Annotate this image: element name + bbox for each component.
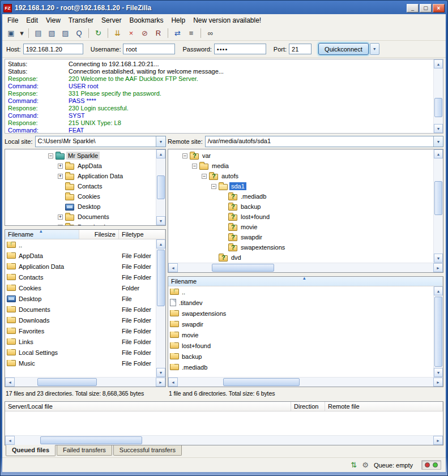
tree-item[interactable]: dvd xyxy=(168,252,433,263)
local-site-path[interactable]: C:\Users\Mr Sparkle\ xyxy=(36,136,156,147)
log-scrollbar[interactable] xyxy=(433,59,443,133)
site-manager-icon[interactable]: ▣ xyxy=(5,27,18,40)
remote-list-hscrollbar[interactable] xyxy=(168,377,443,387)
scroll-left-button[interactable] xyxy=(5,436,15,445)
scroll-right-button[interactable] xyxy=(433,436,443,445)
local-list-scrollbar[interactable] xyxy=(156,239,165,377)
column-header-filename[interactable]: Filename xyxy=(168,277,443,286)
tree-item[interactable]: lost+found xyxy=(168,212,433,222)
tree-item[interactable]: backup xyxy=(168,201,433,212)
reconnect-icon[interactable]: R xyxy=(152,27,165,40)
Music[interactable]: Music File Folder xyxy=(5,358,156,368)
menu-item[interactable]: Server xyxy=(97,15,125,26)
tree-item[interactable]: Contacts xyxy=(5,181,156,191)
column-header-filesize[interactable]: Filesize xyxy=(79,230,119,239)
expand-toggle[interactable]: + xyxy=(58,174,63,179)
scroll-down-button[interactable] xyxy=(156,216,165,225)
scroll-left-button[interactable] xyxy=(168,378,178,387)
scroll-up-button[interactable] xyxy=(434,149,443,158)
disconnect-icon[interactable]: ⊘ xyxy=(138,27,151,40)
local-list-hscrollbar[interactable] xyxy=(5,377,165,387)
queue-toggle-icon[interactable]: Q xyxy=(72,27,86,40)
scroll-left-button[interactable] xyxy=(5,378,15,387)
scroll-right-button[interactable] xyxy=(433,378,443,387)
site-manager-dropdown-icon[interactable]: ▾ xyxy=(18,27,25,40)
tree-item[interactable]: − media xyxy=(168,161,433,171)
local-tree-scrollbar[interactable] xyxy=(156,149,165,225)
maximize-button[interactable]: ▢ xyxy=(420,4,432,12)
Application Data[interactable]: Application Data File Folder xyxy=(5,261,156,272)
swapextensions[interactable]: swapextensions xyxy=(168,308,433,319)
tree-item[interactable]: + Downloads xyxy=(5,222,156,225)
quickconnect-dropdown-button[interactable] xyxy=(370,43,379,55)
menu-item[interactable]: Help xyxy=(167,15,189,26)
remote-tree-hscrollbar[interactable] xyxy=(168,263,443,272)
message-log-toggle-icon[interactable]: ▤ xyxy=(32,27,45,40)
Favorites[interactable]: Favorites File Folder xyxy=(5,325,156,336)
remote-tree-toggle-icon[interactable]: ▨ xyxy=(59,27,72,40)
Documents[interactable]: Documents File Folder xyxy=(5,304,156,315)
quickconnect-button[interactable]: Quickconnect xyxy=(318,43,369,55)
combo-dropdown-icon[interactable] xyxy=(156,136,165,147)
scroll-right-button[interactable] xyxy=(433,263,443,272)
password-input[interactable] xyxy=(214,44,266,54)
..[interactable]: .. xyxy=(168,286,433,297)
tree-item[interactable]: − var xyxy=(168,151,433,161)
expand-toggle[interactable]: + xyxy=(58,225,63,226)
menu-item[interactable]: Transfer xyxy=(65,15,97,26)
find-files-icon[interactable]: ∞ xyxy=(204,27,217,40)
queue-tab[interactable]: Queued files xyxy=(6,445,56,456)
scroll-left-button[interactable] xyxy=(168,263,178,272)
tree-item[interactable]: + Application Data xyxy=(5,171,156,181)
username-input[interactable] xyxy=(123,44,175,54)
tree-item[interactable]: − autofs xyxy=(168,171,433,181)
tree-item[interactable]: swapextensions xyxy=(168,242,433,252)
column-header-server-local-file[interactable]: Server/Local file xyxy=(5,402,291,411)
tree-item[interactable]: movie xyxy=(168,222,433,232)
expand-toggle[interactable]: − xyxy=(182,153,187,158)
scroll-right-button[interactable] xyxy=(156,378,165,387)
tree-item[interactable]: + AppData xyxy=(5,161,156,171)
swapdir[interactable]: swapdir xyxy=(168,319,433,329)
remote-tree-scrollbar[interactable] xyxy=(433,149,443,263)
scroll-down-button[interactable] xyxy=(434,368,443,377)
cancel-icon[interactable]: × xyxy=(125,27,138,40)
host-input[interactable] xyxy=(23,44,83,54)
tree-item[interactable]: Cookies xyxy=(5,191,156,201)
tree-item[interactable]: − sda1 xyxy=(168,181,433,191)
tree-item[interactable]: Desktop xyxy=(5,201,156,212)
column-header-remote-file[interactable]: Remote file xyxy=(325,402,443,411)
expand-toggle[interactable]: + xyxy=(58,215,63,220)
scroll-thumb[interactable] xyxy=(40,436,142,444)
minimize-button[interactable]: _ xyxy=(407,4,419,12)
tree-item[interactable]: .mediadb xyxy=(168,191,433,201)
scroll-down-button[interactable] xyxy=(156,368,165,377)
remote-site-path[interactable]: /var/media/autofs/sda1 xyxy=(206,136,433,147)
..[interactable]: .. xyxy=(5,239,156,250)
Local Settings[interactable]: Local Settings File Folder xyxy=(5,347,156,358)
expand-toggle[interactable]: − xyxy=(48,153,53,158)
scroll-thumb[interactable] xyxy=(434,181,442,215)
queue-hscrollbar[interactable] xyxy=(5,435,443,445)
remote-site-combo[interactable]: /var/media/autofs/sda1 xyxy=(205,136,443,147)
menu-item[interactable]: Edit xyxy=(22,15,42,26)
refresh-icon[interactable]: ↻ xyxy=(92,27,105,40)
scroll-down-button[interactable] xyxy=(434,124,443,133)
scroll-up-button[interactable] xyxy=(434,59,443,68)
lost+found[interactable]: lost+found xyxy=(168,340,433,351)
backup[interactable]: backup xyxy=(168,351,433,362)
tree-item[interactable]: − Mr Sparkle xyxy=(5,151,156,161)
remote-list-scrollbar[interactable] xyxy=(433,286,443,377)
expand-toggle[interactable]: − xyxy=(192,164,197,169)
Desktop[interactable]: Desktop File xyxy=(5,293,156,304)
local-tree-toggle-icon[interactable]: ▧ xyxy=(45,27,58,40)
port-input[interactable] xyxy=(289,44,312,54)
Downloads[interactable]: Downloads File Folder xyxy=(5,315,156,325)
column-header-filename[interactable]: Filename xyxy=(5,230,79,239)
synchronized-browsing-icon[interactable]: ⇄ xyxy=(171,27,184,40)
column-header-filetype[interactable]: Filetype xyxy=(119,230,165,239)
scroll-thumb[interactable] xyxy=(37,378,97,386)
.mediadb[interactable]: .mediadb xyxy=(168,362,433,372)
scroll-thumb[interactable] xyxy=(434,297,442,367)
menu-item[interactable]: View xyxy=(42,15,65,26)
